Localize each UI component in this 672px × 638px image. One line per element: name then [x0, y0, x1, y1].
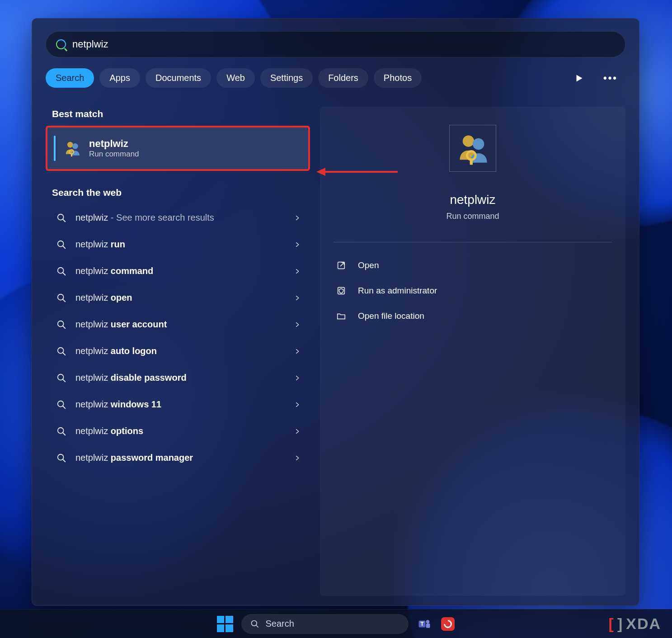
best-match-title: netplwiz	[89, 138, 139, 150]
filter-settings[interactable]: Settings	[260, 68, 313, 88]
web-suggestion[interactable]: netplwiz options	[46, 418, 310, 444]
filter-row: Search Apps Documents Web Settings Folde…	[46, 68, 625, 88]
divider	[334, 242, 612, 242]
taskbar: Search T	[0, 609, 672, 638]
start-button[interactable]	[217, 616, 233, 632]
svg-point-36	[426, 620, 429, 624]
shield-icon	[336, 286, 346, 296]
svg-line-15	[63, 352, 66, 355]
vivaldi-icon[interactable]	[440, 616, 456, 632]
search-panel: Search Apps Documents Web Settings Folde…	[32, 18, 639, 606]
chevron-right-icon	[294, 268, 301, 275]
svg-point-32	[251, 620, 257, 626]
web-suggestion[interactable]: netplwiz auto logon	[46, 338, 310, 364]
web-suggestion[interactable]: netplwiz - See more search results	[46, 204, 310, 231]
svg-line-5	[63, 219, 66, 222]
search-icon	[56, 453, 66, 463]
web-suggestion[interactable]: netplwiz windows 11	[46, 391, 310, 418]
suggestion-text: netplwiz options	[75, 426, 143, 436]
chevron-right-icon	[294, 374, 301, 382]
web-suggestion[interactable]: netplwiz disable password	[46, 364, 310, 391]
suggestion-text: netplwiz command	[75, 266, 153, 276]
suggestion-text: netplwiz auto logon	[75, 346, 157, 356]
results-column: Best match netplwiz Run command	[46, 107, 310, 596]
suggestion-text: netplwiz user account	[75, 319, 167, 330]
svg-line-19	[63, 406, 66, 408]
search-icon	[250, 619, 259, 629]
svg-rect-27	[470, 158, 473, 165]
more-icon[interactable]: •••	[605, 72, 616, 84]
play-icon[interactable]	[573, 72, 585, 84]
web-suggestion[interactable]: netplwiz password manager	[46, 444, 310, 471]
suggestion-text: netplwiz windows 11	[75, 399, 161, 410]
preview-title: netplwiz	[450, 193, 495, 207]
search-web-heading: Search the web	[52, 187, 310, 198]
web-suggestion[interactable]: netplwiz command	[46, 258, 310, 284]
action-open[interactable]: Open	[334, 254, 612, 277]
chevron-right-icon	[294, 294, 301, 302]
svg-line-17	[63, 379, 66, 382]
search-icon	[56, 39, 66, 49]
teams-icon[interactable]: T	[417, 616, 432, 632]
chevron-right-icon	[294, 428, 301, 435]
filter-web[interactable]: Web	[216, 68, 255, 88]
web-suggestion-list: netplwiz - See more search resultsnetplw…	[46, 204, 310, 471]
svg-point-0	[67, 142, 73, 148]
filter-apps[interactable]: Apps	[99, 68, 140, 88]
search-bar[interactable]	[46, 31, 625, 57]
taskbar-search-placeholder: Search	[266, 619, 294, 629]
svg-line-7	[63, 246, 66, 248]
filter-photos[interactable]: Photos	[374, 68, 422, 88]
filter-folders[interactable]: Folders	[318, 68, 368, 88]
chevron-right-icon	[294, 321, 301, 328]
search-icon	[56, 293, 66, 303]
action-run-admin[interactable]: Run as administrator	[334, 279, 612, 302]
search-icon	[56, 213, 66, 223]
svg-line-11	[63, 299, 66, 302]
action-label: Open file location	[358, 311, 424, 321]
svg-point-1	[72, 143, 78, 149]
preview-subtitle: Run command	[446, 212, 499, 221]
search-icon	[56, 426, 66, 436]
action-label: Open	[358, 260, 379, 270]
xda-watermark: [] XDA	[609, 615, 661, 633]
best-match-subtitle: Run command	[89, 150, 139, 159]
search-icon	[56, 320, 66, 330]
search-input[interactable]	[72, 38, 615, 50]
svg-line-33	[256, 625, 258, 627]
svg-line-23	[63, 459, 66, 462]
filter-search[interactable]: Search	[46, 68, 94, 88]
action-open-location[interactable]: Open file location	[334, 305, 612, 327]
chevron-right-icon	[294, 454, 301, 462]
svg-text:T: T	[420, 620, 424, 627]
svg-rect-37	[426, 623, 430, 628]
search-icon	[56, 400, 66, 410]
web-suggestion[interactable]: netplwiz open	[46, 284, 310, 311]
svg-point-25	[473, 138, 484, 150]
search-icon	[56, 346, 66, 356]
taskbar-search[interactable]: Search	[241, 614, 409, 634]
best-match-result[interactable]: netplwiz Run command	[46, 126, 310, 171]
suggestion-text: netplwiz password manager	[75, 453, 193, 463]
chevron-right-icon	[294, 401, 301, 408]
users-icon	[64, 140, 81, 157]
preview-pane: netplwiz Run command Open Run as adminis…	[320, 107, 625, 596]
svg-point-24	[463, 136, 474, 147]
open-icon	[336, 260, 346, 270]
filter-documents[interactable]: Documents	[146, 68, 211, 88]
suggestion-text: netplwiz open	[75, 293, 132, 303]
suggestion-text: netplwiz - See more search results	[75, 213, 214, 223]
chevron-right-icon	[294, 348, 301, 355]
svg-line-13	[63, 326, 66, 328]
suggestion-text: netplwiz disable password	[75, 373, 187, 383]
svg-line-9	[63, 272, 66, 275]
chevron-right-icon	[294, 214, 301, 222]
best-match-heading: Best match	[52, 109, 310, 119]
web-suggestion[interactable]: netplwiz user account	[46, 311, 310, 338]
web-suggestion[interactable]: netplwiz run	[46, 231, 310, 258]
selection-indicator	[54, 136, 56, 161]
search-icon	[56, 266, 66, 276]
folder-icon	[336, 311, 346, 321]
svg-rect-3	[71, 153, 72, 156]
action-label: Run as administrator	[358, 286, 437, 296]
